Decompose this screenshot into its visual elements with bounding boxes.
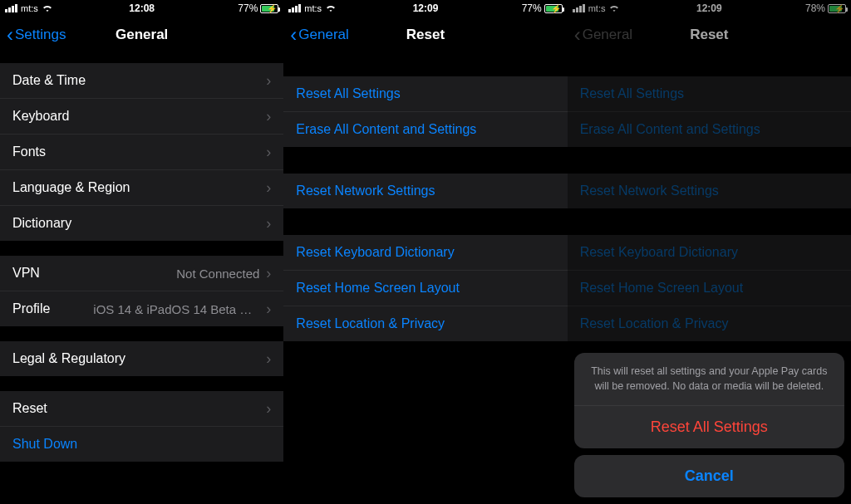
content: Date & Time› Keyboard› Fonts› Language &… <box>0 53 283 504</box>
carrier-label: mt:s <box>588 3 606 13</box>
signal-icon <box>288 4 301 12</box>
battery-percent: 77% <box>238 2 258 14</box>
group: Reset Network Settings› <box>568 174 851 208</box>
row-fonts[interactable]: Fonts› <box>0 135 283 170</box>
row-reset-location-privacy[interactable]: Reset Location & Privacy› <box>283 306 567 341</box>
screen-reset: mt:s 12:09 77% ⚡ ‹ General Reset Reset A… <box>283 0 567 504</box>
row-reset-network[interactable]: Reset Network Settings› <box>283 174 567 208</box>
row-dictionary[interactable]: Dictionary› <box>0 206 283 241</box>
row-profile[interactable]: ProfileiOS 14 & iPadOS 14 Beta Softwar..… <box>0 291 283 326</box>
row-date-time[interactable]: Date & Time› <box>0 63 283 99</box>
chevron-right-icon: › <box>266 351 271 366</box>
chevron-right-icon: › <box>266 301 271 316</box>
screen-general: mt:s 12:08 77% ⚡ ‹ Settings General Date… <box>0 0 283 504</box>
nav-bar: ‹ General Reset <box>568 17 851 53</box>
status-bar: mt:s 12:09 77% ⚡ <box>283 0 567 17</box>
status-bar: mt:s 12:09 78% ⚡ <box>568 0 851 17</box>
chevron-right-icon: › <box>266 180 271 195</box>
chevron-left-icon: ‹ <box>290 25 297 45</box>
chevron-left-icon: ‹ <box>7 25 13 45</box>
signal-icon <box>573 4 585 12</box>
battery-icon: ⚡ <box>260 4 278 13</box>
back-button[interactable]: ‹ Settings <box>7 25 66 45</box>
page-title: Reset <box>406 27 445 43</box>
wifi-icon <box>42 4 53 12</box>
chevron-right-icon: › <box>266 144 271 159</box>
row-reset[interactable]: Reset› <box>0 391 283 427</box>
wifi-icon <box>608 4 620 12</box>
clock: 12:08 <box>129 2 155 14</box>
page-title: Reset <box>690 27 728 43</box>
screen-reset-confirm: mt:s 12:09 78% ⚡ ‹ General Reset Reset A… <box>568 0 851 504</box>
row-reset-home-layout: Reset Home Screen Layout› <box>568 271 851 306</box>
back-label: General <box>583 27 632 43</box>
chevron-right-icon: › <box>266 401 271 416</box>
group: VPNNot Connected› ProfileiOS 14 & iPadOS… <box>0 256 283 326</box>
chevron-right-icon: › <box>266 109 271 124</box>
page-title: General <box>116 27 168 43</box>
reset-all-settings-button[interactable]: Reset All Settings <box>574 406 844 448</box>
row-legal[interactable]: Legal & Regulatory› <box>0 341 283 376</box>
battery-icon: ⚡ <box>828 4 846 13</box>
carrier-label: mt:s <box>304 3 322 13</box>
battery-icon: ⚡ <box>544 4 563 13</box>
action-sheet: This will reset all settings and your Ap… <box>574 353 844 497</box>
group: Legal & Regulatory› <box>0 341 283 376</box>
row-reset-home-layout[interactable]: Reset Home Screen Layout› <box>283 271 567 306</box>
row-reset-keyboard-dict[interactable]: Reset Keyboard Dictionary› <box>283 235 567 271</box>
row-reset-location-privacy: Reset Location & Privacy› <box>568 306 851 341</box>
nav-bar: ‹ General Reset <box>283 17 567 53</box>
row-vpn[interactable]: VPNNot Connected› <box>0 256 283 291</box>
row-keyboard[interactable]: Keyboard› <box>0 99 283 135</box>
group: Date & Time› Keyboard› Fonts› Language &… <box>0 63 283 241</box>
status-bar: mt:s 12:08 77% ⚡ <box>0 0 283 17</box>
group: Reset Network Settings› <box>283 174 567 208</box>
back-label: Settings <box>15 27 66 43</box>
content: Reset All Settings› Erase All Content an… <box>283 53 567 504</box>
row-reset-all-settings[interactable]: Reset All Settings› <box>283 76 567 112</box>
vpn-status: Not Connected <box>176 267 259 281</box>
group: Reset All Settings› Erase All Content an… <box>283 76 567 147</box>
profile-detail: iOS 14 & iPadOS 14 Beta Softwar... <box>93 302 259 316</box>
signal-icon <box>5 4 17 12</box>
row-reset-network: Reset Network Settings› <box>568 174 851 208</box>
clock: 12:09 <box>413 2 439 14</box>
back-button: ‹ General <box>574 25 632 45</box>
row-erase-all[interactable]: Erase All Content and Settings› <box>283 112 567 147</box>
back-label: General <box>298 27 348 43</box>
group: Reset All Settings› Erase All Content an… <box>568 76 851 147</box>
group: Reset Keyboard Dictionary› Reset Home Sc… <box>283 235 567 341</box>
carrier-label: mt:s <box>21 3 38 13</box>
chevron-right-icon: › <box>266 266 271 281</box>
action-sheet-card: This will reset all settings and your Ap… <box>574 353 844 448</box>
row-erase-all: Erase All Content and Settings› <box>568 112 851 147</box>
action-sheet-message: This will reset all settings and your Ap… <box>574 353 844 406</box>
chevron-right-icon: › <box>266 216 271 231</box>
wifi-icon <box>325 4 337 12</box>
back-button[interactable]: ‹ General <box>290 25 348 45</box>
row-language-region[interactable]: Language & Region› <box>0 170 283 206</box>
cancel-button[interactable]: Cancel <box>574 455 844 497</box>
row-shutdown[interactable]: Shut Down› <box>0 427 283 462</box>
nav-bar: ‹ Settings General <box>0 17 283 53</box>
row-reset-keyboard-dict: Reset Keyboard Dictionary› <box>568 235 851 271</box>
battery-percent: 78% <box>805 2 825 14</box>
clock: 12:09 <box>696 2 722 14</box>
row-reset-all-settings: Reset All Settings› <box>568 76 851 112</box>
chevron-left-icon: ‹ <box>574 25 581 45</box>
battery-percent: 77% <box>522 2 542 14</box>
chevron-right-icon: › <box>266 73 271 88</box>
group: Reset› Shut Down› <box>0 391 283 462</box>
group: Reset Keyboard Dictionary› Reset Home Sc… <box>568 235 851 341</box>
